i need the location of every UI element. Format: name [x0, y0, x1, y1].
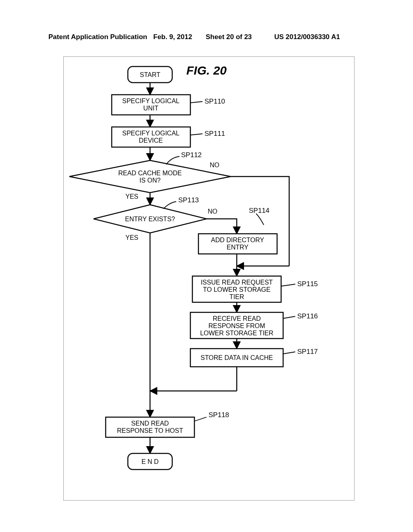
- svg-text:ENTRY: ENTRY: [227, 244, 248, 251]
- sp112-l1: READ CACHE MODE: [118, 170, 181, 177]
- sp112-leader: [166, 156, 179, 164]
- svg-text:DEVICE: DEVICE: [139, 137, 163, 144]
- svg-text:ENTRY EXISTS?: ENTRY EXISTS?: [125, 216, 175, 222]
- svg-text:E N D: E N D: [142, 458, 159, 465]
- sp114-leader: [256, 214, 264, 225]
- svg-text:READ CACHE MODE: READ CACHE MODE: [118, 170, 181, 177]
- hdr-pub: Patent Application Publication: [48, 33, 147, 41]
- sp116-leader: [283, 316, 295, 318]
- svg-text:RECEIVE READ: RECEIVE READ: [213, 315, 261, 322]
- svg-text:SPECIFY LOGICAL: SPECIFY LOGICAL: [122, 98, 179, 104]
- sp116-l3: LOWER STORAGE TIER: [200, 330, 273, 337]
- sp118-label: SP118: [209, 411, 229, 419]
- svg-text:ISSUE READ REQUEST: ISSUE READ REQUEST: [201, 279, 273, 286]
- sp112-node: READ CACHE MODE IS ON?: [69, 160, 231, 193]
- hdr-pubno: US 2012/0036330 A1: [274, 33, 340, 41]
- hdr-date: Feb. 9, 2012: [153, 33, 192, 41]
- sp113-yes: YES: [125, 234, 138, 241]
- svg-text:LOWER STORAGE TIER: LOWER STORAGE TIER: [200, 330, 273, 337]
- sp112-l2: IS ON?: [140, 177, 161, 184]
- svg-text:TIER: TIER: [229, 293, 244, 300]
- sp118-node: SEND READ RESPONSE TO HOST: [106, 417, 194, 437]
- figure-title: FIG. 20: [186, 64, 227, 77]
- sp112-no: NO: [210, 162, 219, 168]
- svg-text:SPECIFY LOGICAL: SPECIFY LOGICAL: [122, 130, 179, 137]
- sp116-l1: RECEIVE READ: [213, 315, 261, 322]
- svg-text:ADD DIRECTORY: ADD DIRECTORY: [211, 237, 264, 243]
- sp111-l1: SPECIFY LOGICAL: [122, 130, 179, 137]
- sp110-leader: [190, 102, 202, 103]
- end-node: E N D: [128, 453, 172, 470]
- svg-text:IS ON?: IS ON?: [140, 177, 161, 184]
- edge-sp113-sp114: [206, 219, 237, 234]
- sp117-node: STORE DATA IN CACHE: [190, 349, 283, 367]
- sp114-label: SP114: [249, 207, 269, 214]
- sp114-l2: ENTRY: [227, 244, 248, 251]
- svg-text:RESPONSE TO HOST: RESPONSE TO HOST: [117, 427, 183, 434]
- sp117-label: SP117: [297, 348, 318, 355]
- sp110-node: SPECIFY LOGICAL UNIT: [112, 95, 190, 115]
- sp116-label: SP116: [297, 312, 318, 320]
- sp113-leader: [163, 202, 176, 209]
- flowchart: FIG. 20 START SPECIFY LOGICAL UNIT SP110…: [63, 56, 354, 500]
- sp111-l2: DEVICE: [139, 137, 163, 144]
- sp112-label: SP112: [181, 151, 202, 159]
- sp118-leader: [194, 417, 206, 421]
- start-node: START: [128, 66, 172, 83]
- sp115-node: ISSUE READ REQUEST TO LOWER STORAGE TIER: [192, 276, 281, 302]
- sp111-label: SP111: [204, 130, 225, 137]
- sp110-l2: UNIT: [143, 105, 159, 112]
- sp110-l1: SPECIFY LOGICAL: [122, 98, 179, 104]
- svg-text:STORE DATA IN CACHE: STORE DATA IN CACHE: [200, 354, 273, 361]
- sp115-l1: ISSUE READ REQUEST: [201, 279, 273, 286]
- sp117-leader: [283, 352, 295, 354]
- sp116-l2: RESPONSE FROM: [209, 322, 265, 329]
- sp118-l1: SEND READ: [131, 420, 169, 427]
- sp115-label: SP115: [297, 280, 318, 288]
- svg-text:RESPONSE FROM: RESPONSE FROM: [209, 322, 265, 329]
- sp115-l3: TIER: [229, 293, 244, 300]
- sp113-node: ENTRY EXISTS?: [94, 205, 206, 233]
- sp111-node: SPECIFY LOGICAL DEVICE: [112, 127, 190, 147]
- svg-text:UNIT: UNIT: [143, 105, 159, 112]
- hdr-sheet: Sheet 20 of 23: [206, 33, 252, 41]
- sp115-l2: TO LOWER STORAGE: [203, 286, 270, 293]
- sp112-yes: YES: [125, 193, 138, 200]
- sp114-l1: ADD DIRECTORY: [211, 237, 264, 243]
- svg-text:START: START: [140, 71, 161, 78]
- sp110-label: SP110: [204, 98, 225, 105]
- sp118-l2: RESPONSE TO HOST: [117, 427, 183, 434]
- sp111-leader: [190, 134, 202, 135]
- sp113-no: NO: [208, 208, 217, 215]
- svg-text:SEND READ: SEND READ: [131, 420, 169, 427]
- svg-text:TO LOWER STORAGE: TO LOWER STORAGE: [203, 286, 270, 293]
- sp115-leader: [281, 284, 295, 286]
- sp113-label: SP113: [178, 196, 199, 204]
- sp116-node: RECEIVE READ RESPONSE FROM LOWER STORAGE…: [190, 312, 283, 339]
- sp114-node: ADD DIRECTORY ENTRY: [198, 234, 277, 254]
